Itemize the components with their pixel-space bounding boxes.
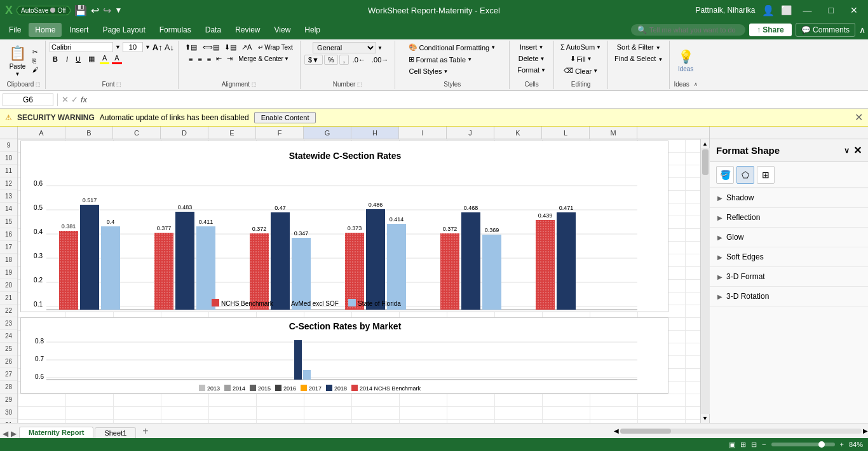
zoom-in-button[interactable]: +	[840, 441, 844, 448]
clear-button[interactable]: ⌫ Clear ▼	[561, 65, 600, 76]
decrease-font-icon[interactable]: A↓	[165, 43, 174, 52]
col-header-l[interactable]: L	[542, 127, 590, 139]
merge-center-button[interactable]: Merge & Center ▼	[236, 55, 292, 63]
col-header-c[interactable]: C	[113, 127, 161, 139]
font-color-button[interactable]: A	[112, 53, 121, 64]
scroll-track[interactable]	[701, 148, 710, 414]
increase-font-icon[interactable]: A↑	[153, 43, 163, 52]
row-15[interactable]: 15	[0, 216, 17, 228]
increase-decimal-icon[interactable]: .00→	[369, 55, 391, 64]
cut-button[interactable]: ✂	[30, 48, 41, 56]
formula-function-icon[interactable]: fx	[81, 95, 87, 104]
scroll-up-button[interactable]: ▲	[701, 139, 710, 148]
row-31[interactable]: 31	[0, 419, 17, 423]
minimize-button[interactable]: —	[798, 4, 817, 17]
decrease-indent-icon[interactable]: ⇤	[214, 54, 224, 64]
col-header-g[interactable]: G	[304, 127, 351, 139]
conditional-formatting-button[interactable]: 🎨 Conditional Formatting ▼	[406, 42, 498, 53]
sf-dropdown-icon[interactable]: ▼	[656, 45, 661, 51]
row-22[interactable]: 22	[0, 305, 17, 317]
row-14[interactable]: 14	[0, 203, 17, 216]
fill-color-button[interactable]: A	[100, 53, 109, 64]
menu-item-formulas[interactable]: Formulas	[153, 23, 198, 37]
formula-input[interactable]	[90, 94, 865, 106]
cell-styles-button[interactable]: Cell Styles ▼	[406, 66, 451, 76]
comments-button[interactable]: 💬 Comments	[796, 23, 855, 37]
col-header-h[interactable]: H	[351, 127, 399, 139]
paste-dropdown-icon[interactable]: ▼	[15, 71, 20, 77]
sheet-tab-sheet1[interactable]: Sheet1	[95, 427, 136, 438]
scroll-left-button[interactable]: ◀	[614, 427, 619, 434]
3d-format-section[interactable]: ▶ 3-D Format	[710, 267, 868, 287]
next-sheet-icon[interactable]: ▶	[11, 429, 17, 438]
border-button[interactable]: ▦	[86, 54, 97, 64]
row-12[interactable]: 12	[0, 177, 17, 190]
close-panel-button[interactable]: ✕	[853, 144, 862, 156]
col-header-b[interactable]: B	[65, 127, 113, 139]
menu-item-page-layout[interactable]: Page Layout	[96, 23, 151, 37]
menu-item-home[interactable]: Home	[29, 23, 62, 37]
col-header-a[interactable]: A	[18, 127, 65, 139]
sheet-content[interactable]: Statewide C-Section Rates 0.6 0.5 0.4 0.…	[18, 139, 700, 423]
clear-dropdown-icon[interactable]: ▼	[593, 68, 598, 74]
zoom-slider[interactable]	[771, 443, 835, 446]
format-as-table-button[interactable]: ⊞ Format as Table ▼	[406, 54, 475, 65]
row-20[interactable]: 20	[0, 279, 17, 292]
profile-icon[interactable]: 👤	[762, 4, 775, 17]
close-button[interactable]: ✕	[845, 4, 863, 17]
row-21[interactable]: 21	[0, 292, 17, 305]
share-button[interactable]: ↑ Share	[749, 24, 792, 36]
wrap-text-button[interactable]: ↵ Wrap Text	[255, 43, 296, 52]
copy-button[interactable]: ⎘	[30, 57, 41, 65]
row-27[interactable]: 27	[0, 368, 17, 381]
sheet-tab-maternity[interactable]: Maternity Report	[19, 427, 93, 438]
h-scroll-thumb[interactable]	[620, 429, 671, 434]
format-button[interactable]: Format ▼	[513, 65, 550, 75]
view-page-break-icon[interactable]: ⊟	[751, 441, 757, 449]
prev-sheet-icon[interactable]: ◀	[3, 429, 8, 438]
row-24[interactable]: 24	[0, 330, 17, 343]
chart1-container[interactable]: Statewide C-Section Rates 0.6 0.5 0.4 0.…	[20, 141, 668, 312]
row-9[interactable]: 9	[0, 139, 17, 152]
increase-indent-icon[interactable]: ⇥	[225, 54, 234, 64]
undo-icon[interactable]: ↩	[91, 4, 99, 17]
font-name-input[interactable]	[50, 42, 113, 52]
search-input[interactable]	[649, 26, 738, 34]
menu-item-view[interactable]: View	[268, 23, 297, 37]
col-header-d[interactable]: D	[161, 127, 208, 139]
font-size-input[interactable]	[123, 42, 143, 52]
format-dropdown-icon[interactable]: ▼	[541, 67, 546, 73]
insert-dropdown-icon[interactable]: ▼	[538, 45, 543, 50]
menu-item-help[interactable]: Help	[298, 23, 327, 37]
menu-item-insert[interactable]: Insert	[63, 23, 95, 37]
cell-reference-box[interactable]	[3, 93, 53, 106]
restore-icon[interactable]: ⬜	[781, 5, 792, 15]
row-23[interactable]: 23	[0, 317, 17, 330]
row-26[interactable]: 26	[0, 355, 17, 368]
fill-effects-tab[interactable]: 🪣	[716, 166, 734, 184]
sort-filter-button[interactable]: Sort & Filter ▼	[614, 42, 663, 52]
menu-item-review[interactable]: Review	[229, 23, 266, 37]
decrease-decimal-icon[interactable]: .0←	[350, 55, 368, 64]
fill-dropdown-icon[interactable]: ▼	[587, 56, 592, 62]
comma-button[interactable]: ,	[339, 55, 349, 65]
font-expand-icon[interactable]: ⬚	[116, 81, 121, 87]
menu-item-data[interactable]: Data	[199, 23, 227, 37]
menu-item-file[interactable]: File	[3, 23, 27, 37]
clipboard-expand-icon[interactable]: ⬚	[36, 81, 41, 87]
fat-dropdown-icon[interactable]: ▼	[467, 57, 472, 62]
col-header-j[interactable]: J	[447, 127, 494, 139]
alignment-expand-icon[interactable]: ⬚	[252, 81, 257, 87]
zoom-out-button[interactable]: −	[762, 441, 766, 448]
scroll-right-button[interactable]: ▶	[863, 427, 868, 434]
effects-tab[interactable]: ⬠	[736, 166, 754, 184]
view-normal-icon[interactable]: ▣	[729, 441, 735, 449]
row-19[interactable]: 19	[0, 266, 17, 279]
percent-button[interactable]: %	[324, 55, 338, 65]
3d-rotation-section[interactable]: ▶ 3-D Rotation	[710, 287, 868, 306]
view-layout-icon[interactable]: ⊞	[740, 441, 746, 449]
find-select-button[interactable]: Find & Select ▼	[612, 53, 665, 64]
align-center-icon[interactable]: ≡	[196, 55, 203, 64]
row-18[interactable]: 18	[0, 254, 17, 266]
col-header-i[interactable]: I	[399, 127, 447, 139]
